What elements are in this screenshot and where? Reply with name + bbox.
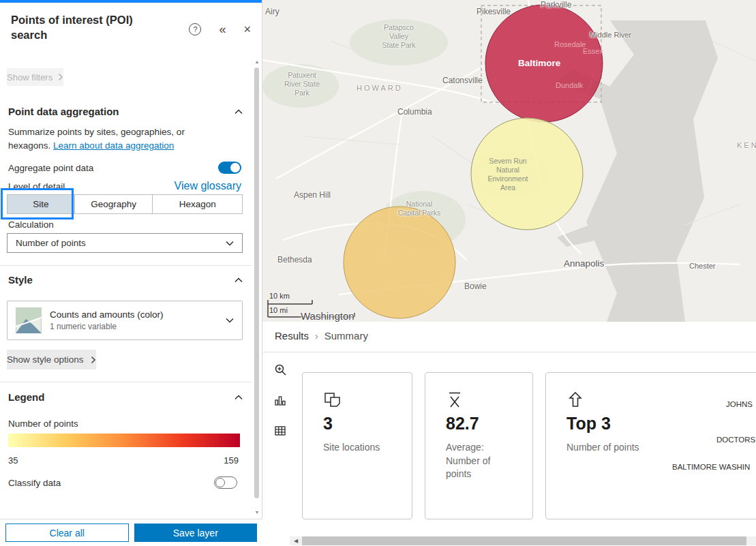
show-style-options-button[interactable]: Show style options	[7, 350, 96, 369]
poi-search-panel: Points of interest (POI) search ? « × Sh…	[0, 0, 262, 546]
site-circle-washington-east[interactable]	[344, 207, 455, 318]
average-icon	[446, 391, 464, 412]
map-canvas	[262, 0, 756, 322]
level-of-detail-label: Level of detail	[8, 181, 65, 192]
close-panel-icon[interactable]: ×	[243, 23, 251, 35]
style-heading: Style	[8, 274, 33, 286]
results-panel: Results › Summary	[262, 322, 756, 546]
results-horizontal-scrollbar[interactable]: ◀	[290, 536, 756, 545]
site-locations-icon	[323, 391, 344, 412]
calculation-select[interactable]: Number of points	[7, 233, 243, 253]
save-layer-button[interactable]: Save layer	[134, 524, 258, 542]
classify-data-toggle[interactable]	[214, 476, 237, 489]
scrollbar-thumb[interactable]	[302, 536, 746, 545]
level-of-detail-tabs: Site Geography Hexagon	[7, 194, 243, 214]
scrollbar-thumb[interactable]	[254, 67, 259, 498]
legend-min: 35	[8, 455, 18, 466]
table-icon	[274, 425, 286, 437]
table-tool-button[interactable]	[272, 423, 288, 439]
show-filters-button[interactable]: Show filters	[7, 68, 63, 86]
learn-about-aggregation-link[interactable]: Learn about data aggregation	[53, 140, 174, 151]
aggregation-description: Summarize points by sites, geographies, …	[8, 125, 225, 152]
classify-data-row: Classify data	[8, 476, 237, 489]
panel-footer: Clear all Save layer	[0, 519, 262, 546]
top3-item: BALTIMORE WASHIN	[672, 463, 750, 471]
stat-value: Top 3	[566, 414, 611, 434]
site-circle-severn-run[interactable]	[471, 118, 583, 230]
chevron-up-icon	[235, 109, 243, 115]
legend-heading: Legend	[8, 391, 44, 403]
stat-label: Site locations	[323, 441, 389, 455]
scroll-left-arrow-icon[interactable]: ◀	[291, 536, 301, 545]
view-glossary-link[interactable]: View glossary	[175, 180, 241, 192]
aggregate-point-data-row: Aggregate point data	[8, 162, 241, 174]
stat-value: 82.7	[446, 414, 479, 434]
clear-all-button[interactable]: Clear all	[5, 524, 129, 542]
scroll-down-arrow-icon[interactable]: ▼	[254, 509, 260, 516]
aggregation-section-header[interactable]: Point data aggregation	[8, 106, 243, 117]
stat-card-site-locations: 3 Site locations	[302, 372, 412, 519]
classify-data-label: Classify data	[8, 478, 61, 488]
collapse-panel-icon[interactable]: «	[219, 23, 226, 35]
style-card-texts: Counts and amounts (color) 1 numeric var…	[50, 309, 226, 331]
legend-gradient	[8, 434, 240, 447]
stat-value: 3	[323, 414, 333, 434]
breadcrumb-summary: Summary	[324, 330, 368, 342]
aggregate-point-data-toggle[interactable]	[218, 162, 241, 174]
breadcrumb-separator-icon: ›	[315, 331, 318, 342]
stat-label: Average: Number of points	[446, 441, 511, 481]
breadcrumb-results[interactable]: Results	[275, 330, 309, 342]
style-thumbnail-icon	[16, 307, 42, 333]
app-window: Points of interest (POI) search ? « × Sh…	[0, 0, 756, 546]
legend-variable-label: Number of points	[8, 419, 252, 429]
style-card-title: Counts and amounts (color)	[50, 309, 226, 320]
chevron-down-icon	[226, 241, 234, 246]
divider	[0, 382, 252, 382]
tab-hexagon[interactable]: Hexagon	[153, 194, 243, 214]
legend-max: 159	[224, 455, 239, 466]
stat-card-average: 82.7 Average: Number of points	[425, 372, 533, 519]
top3-item: JOHNS	[726, 400, 753, 408]
style-section-header[interactable]: Style	[8, 274, 243, 286]
zoom-tool-button[interactable]	[272, 361, 288, 378]
top3-item: DOCTORS	[716, 436, 755, 444]
divider	[262, 352, 756, 352]
scroll-up-arrow-icon[interactable]: ▲	[254, 59, 260, 65]
show-filters-label: Show filters	[7, 72, 52, 82]
help-icon[interactable]: ?	[189, 23, 201, 35]
level-of-detail-row: Level of detail View glossary	[8, 180, 241, 192]
tab-site[interactable]: Site	[7, 194, 75, 214]
aggregation-heading: Point data aggregation	[8, 106, 119, 117]
aggregate-point-data-label: Aggregate point data	[8, 163, 93, 173]
style-card-subtitle: 1 numeric variable	[50, 322, 226, 331]
panel-scrollbar[interactable]: ▲ ▼	[254, 59, 260, 516]
chart-tool-button[interactable]	[272, 392, 288, 408]
legend-section-header[interactable]: Legend	[8, 391, 243, 403]
magnifier-icon	[274, 363, 287, 376]
style-type-dropdown[interactable]: Counts and amounts (color) 1 numeric var…	[7, 301, 243, 340]
tab-geography[interactable]: Geography	[75, 194, 153, 214]
show-style-options-label: Show style options	[7, 354, 84, 365]
stat-label: Number of points	[566, 441, 655, 455]
toggle-knob	[230, 163, 240, 172]
panel-header: Points of interest (POI) search ? « ×	[0, 3, 262, 58]
chevron-right-icon	[58, 73, 63, 81]
toggle-knob	[215, 478, 225, 487]
chevron-up-icon	[235, 395, 243, 400]
panel-title: Points of interest (POI) search	[11, 12, 157, 43]
breadcrumb: Results › Summary	[275, 330, 368, 342]
panel-header-icons: ? « ×	[189, 23, 251, 35]
chevron-down-icon	[226, 318, 234, 323]
calculation-select-value: Number of points	[16, 238, 86, 248]
top-arrow-icon	[566, 391, 584, 411]
chevron-right-icon	[91, 356, 96, 364]
chevron-up-icon	[235, 277, 243, 283]
stat-card-top3: Top 3 Number of points JOHNS DOCTORS BAL…	[545, 372, 756, 519]
legend-range: 35 159	[8, 455, 239, 466]
site-circle-baltimore[interactable]	[485, 5, 603, 122]
panel-scroll-area: Show filters Point data aggregation Summ…	[0, 58, 252, 519]
map-view[interactable]: Airy Pikesville Parkville Patapsco Valle…	[262, 0, 756, 322]
bar-chart-icon	[274, 394, 286, 406]
divider	[0, 265, 252, 266]
calculation-label: Calculation	[8, 219, 252, 230]
